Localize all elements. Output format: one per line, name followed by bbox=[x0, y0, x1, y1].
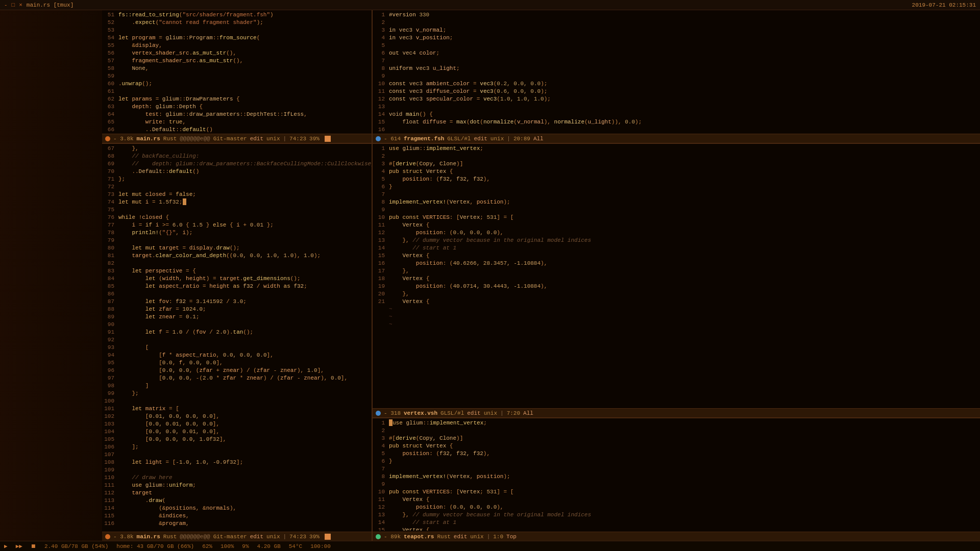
code-line: 3in vec3 v_normal; bbox=[373, 27, 980, 34]
line-count: - 89k bbox=[384, 534, 401, 540]
code-line: 6out vec4 color; bbox=[373, 49, 980, 57]
code-line: 8implement_vertex!(Vertex, position); bbox=[373, 198, 980, 206]
statusbar-main-rs: - 3.8k main.rs Rust @@@@@@e@@ Git-master… bbox=[102, 134, 372, 143]
code-line: 12const vec3 specular_color = vec3(1.0, … bbox=[373, 95, 980, 103]
pipe: | bbox=[500, 410, 504, 416]
encoding: unix bbox=[266, 534, 280, 540]
play-button[interactable]: ▶ bbox=[4, 543, 8, 549]
line-count: - 3.8k bbox=[113, 534, 134, 540]
code-line: 3#[derive(Copy, Clone)] bbox=[373, 160, 980, 168]
mode: edit bbox=[250, 136, 263, 142]
filename: main.rs bbox=[137, 136, 160, 142]
code-area-fragment: 1#version 330 2 3in vec3 v_normal; 4in v… bbox=[373, 11, 980, 133]
code-line: 6} bbox=[373, 458, 980, 465]
code-line: 8implement_vertex!(Vertex, position); bbox=[373, 473, 980, 481]
code-line: 9 bbox=[373, 72, 980, 80]
sidebar bbox=[0, 10, 102, 541]
code-main-rs[interactable]: 51fs::read_to_string("src/shaders/fragme… bbox=[102, 10, 372, 134]
code-line: ~~ bbox=[373, 313, 980, 321]
code-line: 81 target.clear_color_and_depth((0.0, 0.… bbox=[102, 252, 372, 260]
code-line: 59 bbox=[102, 72, 372, 80]
code-line: 5 position: (f32, f32, f32), bbox=[373, 176, 980, 183]
code-area-teapot: 1use glium::implement_vertex; 2 3#[deriv… bbox=[373, 419, 980, 531]
position: 7:20 bbox=[507, 410, 520, 416]
encoding: unix bbox=[470, 534, 483, 540]
code-line: 12 position: (0.0, 0.0, 0.0), bbox=[373, 229, 980, 237]
code-line: 12 position: (0.0, 0.0, 0.0), bbox=[373, 504, 980, 511]
code-line: 9 bbox=[373, 206, 980, 214]
code-line: 11 Vertex { bbox=[373, 221, 980, 229]
code-line: 1#version 330 bbox=[373, 11, 980, 19]
pipe: | bbox=[283, 534, 286, 540]
code-line: 4pub struct Vertex { bbox=[373, 168, 980, 176]
code-line: 78 println!("{}", i); bbox=[102, 229, 372, 237]
code-line: 92 bbox=[102, 336, 372, 344]
window-statusbar: ▶ ▶▶ ⏹ 2.40 GB/78 GB (54%) home: 43 GB/7… bbox=[0, 541, 980, 551]
code-line: 2 bbox=[373, 153, 980, 160]
code-line: 51fs::read_to_string("src/shaders/fragme… bbox=[102, 11, 372, 19]
filename: fragment.fsh bbox=[404, 136, 444, 142]
code-line: 11 Vertex { bbox=[373, 496, 980, 504]
code-line: 2 bbox=[373, 427, 980, 435]
pane-main-rs: 51fs::read_to_string("src/shaders/fragme… bbox=[102, 10, 373, 143]
mem-extra: 4.20 GB bbox=[257, 543, 281, 549]
code-line: 89 let znear = 0.1; bbox=[102, 313, 372, 321]
code-line: 82 bbox=[102, 260, 372, 267]
code-main-rs-bottom[interactable]: 67 }, 68 // backface_culling: 69 // dept… bbox=[102, 144, 372, 532]
code-line: 71}; bbox=[102, 176, 372, 183]
scroll-pct: 39% bbox=[309, 136, 320, 142]
code-line: 19 position: (40.0714, 30.4443, -1.10884… bbox=[373, 283, 980, 290]
code-line: 4in vec3 v_position; bbox=[373, 34, 980, 42]
top-bar-left: - □ × main.rs [tmux] bbox=[4, 2, 74, 8]
cpu-usage: 62% bbox=[202, 543, 212, 549]
code-line: 5 position: (f32, f32, f32), bbox=[373, 450, 980, 458]
minimize-button[interactable]: - bbox=[4, 2, 8, 8]
code-line: 14void main() { bbox=[373, 111, 980, 118]
code-line: 115 &indices, bbox=[102, 512, 372, 520]
code-line: 91 let f = 1.0 / (fov / 2.0).tan(); bbox=[102, 329, 372, 336]
line-count: - 318 bbox=[384, 410, 401, 416]
pane-vertex-vsh: 1use glium::implement_vertex; 2 3#[deriv… bbox=[373, 144, 980, 418]
code-line: 13 bbox=[373, 103, 980, 111]
pane-main-rs-bottom: 67 }, 68 // backface_culling: 69 // dept… bbox=[102, 144, 373, 541]
code-line: 108 let light = [-1.0, 1.0, -0.9f32]; bbox=[102, 459, 372, 466]
code-line: 58 None, bbox=[102, 65, 372, 72]
skip-button[interactable]: ▶▶ bbox=[16, 543, 22, 549]
statusbar-teapot-rs: - 89k teapot.rs Rust edit unix | 1:0 Top bbox=[373, 532, 980, 541]
code-line: 100 bbox=[102, 397, 372, 405]
lang: GLSL/#l bbox=[447, 136, 471, 142]
status-indicator bbox=[105, 534, 110, 539]
close-button[interactable]: × bbox=[19, 2, 22, 8]
code-line: 72 bbox=[102, 183, 372, 191]
code-line: 7 bbox=[373, 465, 980, 473]
stop-button[interactable]: ⏹ bbox=[31, 543, 36, 549]
code-line: 1use glium::implement_vertex; bbox=[373, 419, 980, 427]
code-line: 83 let perspective = { bbox=[102, 267, 372, 275]
code-line: 80 let mut target = display.draw(); bbox=[102, 244, 372, 252]
code-line: 97 [0.0, 0.0, -(2.0 * zfar * znear) / (z… bbox=[102, 374, 372, 382]
code-line: 55 &display, bbox=[102, 42, 372, 49]
code-line: 4pub struct Vertex { bbox=[373, 442, 980, 450]
code-line: 104 [0.0, 0.0, 0.01, 0.0], bbox=[102, 428, 372, 436]
maximize-button[interactable]: □ bbox=[12, 2, 15, 8]
encoding: unix bbox=[484, 410, 497, 416]
flags: @@@@@@e@@ bbox=[180, 534, 210, 540]
disk-usage: home: 43 GB/70 GB (66%) bbox=[116, 543, 194, 549]
code-line: 10pub const VERTICES: [Vertex; 531] = [ bbox=[373, 488, 980, 496]
code-area-main-bottom: 67 }, 68 // backface_culling: 69 // dept… bbox=[102, 145, 372, 531]
code-line: 7 bbox=[373, 191, 980, 198]
code-vertex[interactable]: 1use glium::implement_vertex; 2 3#[deriv… bbox=[373, 144, 980, 408]
code-line: 2 bbox=[373, 19, 980, 27]
code-fragment[interactable]: 1#version 330 2 3in vec3 v_normal; 4in v… bbox=[373, 10, 980, 134]
code-line: 74let mut i = 1.5f32; bbox=[102, 198, 372, 206]
mode: edit bbox=[250, 534, 263, 540]
lang: GLSL/#l bbox=[440, 410, 464, 416]
code-line: 70 ..Default::default() bbox=[102, 168, 372, 176]
encoding: unix bbox=[491, 136, 504, 142]
code-area-main: 51fs::read_to_string("src/shaders/fragme… bbox=[102, 11, 372, 133]
code-teapot[interactable]: 1use glium::implement_vertex; 2 3#[deriv… bbox=[373, 418, 980, 532]
code-line: 99 }; bbox=[102, 390, 372, 397]
code-line: 52 .expect("cannot read fragment shader"… bbox=[102, 19, 372, 27]
code-line: 116 &program, bbox=[102, 520, 372, 528]
code-line: 20 }, bbox=[373, 290, 980, 298]
